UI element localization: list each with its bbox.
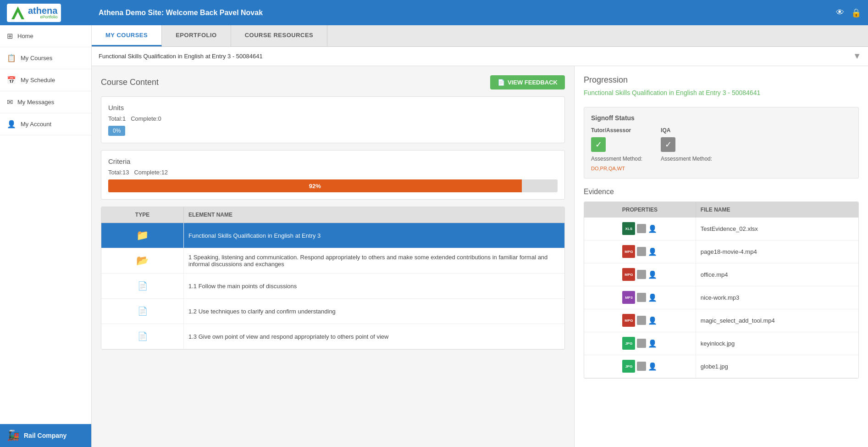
ev-col-properties-header: PROPERTIES (584, 202, 696, 218)
progression-course-link[interactable]: Functional Skills Qualification in Engli… (584, 89, 859, 98)
iqa-signoff-col: IQA ✓ Assessment Method: (661, 127, 712, 171)
logo-athena: athena (28, 6, 57, 15)
top-header: athena ePortfolio Athena Demo Site: Welc… (0, 0, 868, 25)
lock-icon[interactable]: 🔒 (851, 8, 861, 18)
course-content-header: Course Content 📄 VIEW FEEDBACK (101, 75, 565, 89)
view-feedback-button[interactable]: 📄 VIEW FEEDBACK (490, 75, 565, 89)
row4-element-cell: 1.2 Use techniques to clarify and confir… (184, 304, 564, 318)
logo-text: athena ePortfolio (28, 6, 57, 19)
ev-row6-filename: keyinlock.jpg (696, 336, 858, 351)
visibility-icon[interactable]: 👁 (836, 8, 844, 18)
ev-square-grey-2 (637, 247, 646, 256)
sidebar-item-my-courses[interactable]: 📋 My Courses (0, 47, 91, 69)
tab-my-courses[interactable]: MY COURSES (92, 25, 162, 46)
sidebar-item-schedule-label: My Schedule (21, 77, 55, 84)
ev-mpg-icon-3: MPG (622, 314, 635, 327)
tutor-check: ✓ (591, 137, 606, 152)
tab-eportfolio[interactable]: EPORTFOLIO (162, 25, 231, 46)
table-row[interactable]: 📄 1.1 Follow the main points of discussi… (101, 274, 564, 299)
ev-row5-props: MPG 👤 (584, 309, 696, 332)
criteria-progress-label: 92% (309, 183, 321, 190)
ev-person-icon-1: 👤 (648, 224, 657, 233)
iqa-label: IQA (661, 127, 712, 134)
table-header: TYPE ELEMENT NAME (101, 207, 564, 223)
sidebar-item-my-schedule[interactable]: 📅 My Schedule (0, 69, 91, 91)
row3-element-cell: 1.1 Follow the main points of discussion… (184, 279, 564, 293)
evidence-row[interactable]: JPG 👤 globe1.jpg (584, 355, 858, 378)
ev-square-grey-1 (637, 224, 646, 233)
logo-eportfolio: ePortfolio (28, 15, 57, 19)
header-title: Athena Demo Site: Welcome Back Pavel Nov… (99, 9, 836, 17)
ev-row7-props: JPG 👤 (584, 355, 696, 378)
sidebar-item-home-label: Home (17, 33, 33, 39)
ev-square-grey-4 (637, 293, 646, 302)
sidebar-footer-label: Rail Company (24, 432, 66, 439)
ev-xls-icon: XLS (622, 222, 635, 235)
tab-course-resources[interactable]: COURSE RESOURCES (231, 25, 328, 46)
tutor-method-label: Assessment Method: (591, 156, 642, 162)
feedback-icon: 📄 (498, 79, 505, 86)
evidence-row[interactable]: MPG 👤 office.mp4 (584, 263, 858, 286)
folder-yellow-icon: 📁 (136, 229, 149, 241)
ev-row4-props: MP3 👤 (584, 286, 696, 309)
file-icon-3: 📄 (138, 331, 148, 341)
row5-element-cell: 1.3 Give own point of view and respond a… (184, 330, 564, 344)
split-view: Course Content 📄 VIEW FEEDBACK Units Tot… (92, 66, 868, 447)
units-section: Units Total:1 Complete:0 0% (101, 96, 565, 143)
account-icon: 👤 (7, 120, 16, 129)
col-type-header: TYPE (101, 207, 184, 223)
sidebar-item-my-account[interactable]: 👤 My Account (0, 113, 91, 135)
tutor-label: Tutor/Assessor (591, 127, 642, 134)
tutor-signoff-col: Tutor/Assessor ✓ Assessment Method: DO,P… (591, 127, 642, 171)
sidebar-item-account-label: My Account (21, 121, 51, 128)
evidence-header: PROPERTIES FILE NAME (584, 202, 858, 218)
row2-type-cell: 📂 (101, 248, 184, 273)
table-row[interactable]: 📄 1.2 Use techniques to clarify and conf… (101, 299, 564, 324)
evidence-title: Evidence (584, 188, 859, 196)
evidence-row[interactable]: MP3 👤 nice-work.mp3 (584, 286, 858, 309)
signoff-status-box: Signoff Status Tutor/Assessor ✓ Assessme… (584, 107, 859, 179)
ev-person-icon-7: 👤 (648, 362, 657, 371)
view-feedback-label: VIEW FEEDBACK (508, 79, 558, 86)
ev-row2-filename: page18-movie-4.mp4 (696, 245, 858, 259)
ev-square-grey-6 (637, 339, 646, 348)
ev-row3-filename: office.mp4 (696, 268, 858, 282)
train-icon: 🚂 (7, 430, 19, 441)
ev-square-grey-5 (637, 316, 646, 325)
tabs: MY COURSES EPORTFOLIO COURSE RESOURCES (92, 25, 868, 47)
ev-mpg-icon-1: MPG (622, 245, 635, 258)
ev-person-icon-4: 👤 (648, 293, 657, 302)
tutor-method-value: DO,PR,QA,WT (591, 166, 642, 171)
ev-person-icon-5: 👤 (648, 316, 657, 325)
breadcrumb-bar: Functional Skills Qualification in Engli… (92, 47, 868, 66)
sidebar: ⊞ Home 📋 My Courses 📅 My Schedule ✉ My M… (0, 25, 92, 447)
evidence-row[interactable]: MPG 👤 magic_select_add_tool.mp4 (584, 309, 858, 332)
sidebar-footer[interactable]: 🚂 Rail Company (0, 424, 91, 447)
criteria-heading: Criteria (108, 157, 558, 165)
schedule-icon: 📅 (7, 76, 16, 84)
breadcrumb-dropdown-icon[interactable]: ▼ (853, 51, 861, 61)
breadcrumb: Functional Skills Qualification in Engli… (99, 53, 263, 60)
evidence-row[interactable]: MPG 👤 page18-movie-4.mp4 (584, 240, 858, 263)
sidebar-item-home[interactable]: ⊞ Home (0, 25, 91, 47)
row1-type-cell: 📁 (101, 223, 184, 248)
ev-mpg-icon-2: MPG (622, 268, 635, 281)
units-complete: Complete:0 (131, 115, 161, 122)
col-element-header: ELEMENT NAME (184, 207, 564, 223)
signoff-title: Signoff Status (591, 114, 851, 122)
evidence-row[interactable]: JPG 👤 keyinlock.jpg (584, 332, 858, 355)
criteria-total: Total:13 (108, 169, 129, 176)
table-row[interactable]: 📄 1.3 Give own point of view and respond… (101, 324, 564, 349)
file-icon-2: 📄 (138, 306, 148, 316)
table-row[interactable]: 📁 Functional Skills Qualification in Eng… (101, 223, 564, 248)
table-row[interactable]: 📂 1 Speaking, listening and communicatio… (101, 248, 564, 274)
logo-area: athena ePortfolio (7, 4, 99, 22)
units-progress-badge: 0% (108, 126, 125, 136)
content-area: MY COURSES EPORTFOLIO COURSE RESOURCES F… (92, 25, 868, 447)
sidebar-item-my-messages[interactable]: ✉ My Messages (0, 91, 91, 113)
evidence-row[interactable]: XLS 👤 TestEvidence_02.xlsx (584, 218, 858, 240)
row3-type-cell: 📄 (101, 274, 184, 298)
sidebar-item-courses-label: My Courses (21, 55, 52, 61)
courses-icon: 📋 (7, 54, 16, 62)
criteria-stats: Total:13 Complete:12 (108, 169, 558, 176)
